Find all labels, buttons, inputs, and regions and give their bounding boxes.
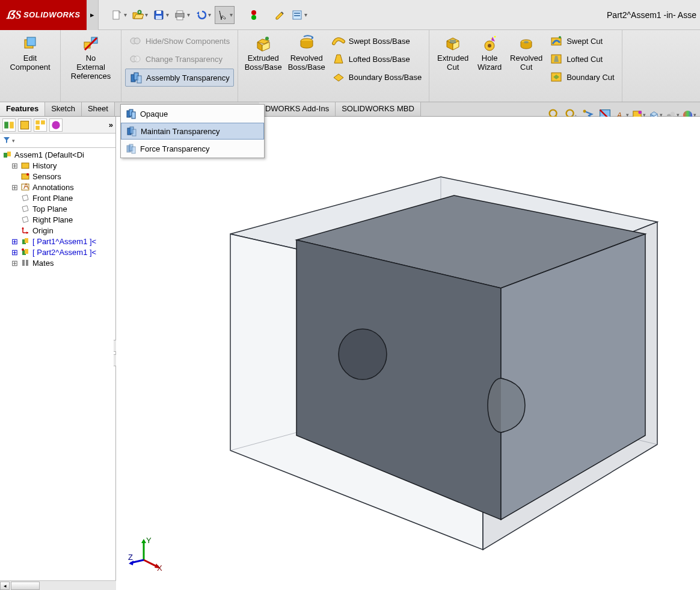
svg-rect-6 [177,11,183,13]
tree-top-plane[interactable]: Top Plane [2,203,115,214]
horizontal-scrollbar[interactable]: ◂ [0,580,116,590]
menu-bar: ẞSSOLIDWORKS ▸ ▾ ▾ ▾ ▾ ▾ ▾ ▾ Part2^Assem… [0,0,700,30]
svg-rect-27 [450,40,456,43]
tree-annotations[interactable]: ⊞AAnnotations [2,182,115,192]
svg-rect-11 [294,13,300,14]
tree-right-plane[interactable]: Right Plane [2,214,115,225]
select-button[interactable]: ▾ [215,6,235,24]
edit-button[interactable] [273,7,287,23]
no-external-references-button[interactable]: No External References [64,32,117,84]
revolved-boss-button[interactable]: Revolved Boss/Base [285,32,328,75]
svg-text:X: X [157,564,162,572]
svg-point-58 [671,111,675,116]
boundary-boss-button[interactable]: Boundary Boss/Base [328,69,425,85]
svg-point-21 [134,56,140,62]
svg-rect-4 [156,16,162,19]
svg-point-1 [138,10,141,13]
swept-cut-button[interactable]: Swept Cut [546,32,606,49]
tree-mates[interactable]: ⊞Mates [2,257,115,268]
feature-tree-tab-icon[interactable] [2,118,16,132]
svg-rect-79 [25,249,28,254]
tree-sensors[interactable]: Sensors [2,171,115,182]
tab-addins[interactable]: DWORKS Add-Ins [259,102,336,116]
extruded-boss-button[interactable]: Extruded Boss/Base [242,32,285,75]
svg-point-9 [251,15,256,20]
feature-tree: Assem1 (Default<Di ⊞History Sensors ⊞AAn… [0,148,115,268]
svg-rect-40 [132,112,135,118]
svg-rect-0 [113,11,119,19]
svg-rect-46 [132,147,135,153]
feature-manager-panel: » ▾ Assem1 (Default<Di ⊞History Sensors … [0,117,116,590]
revolved-cut-button[interactable]: Revolved Cut [506,32,546,75]
svg-rect-60 [4,121,8,128]
svg-point-33 [524,41,529,43]
tree-part1[interactable]: ⊞[ Part1^Assem1 ]< [2,236,115,247]
ribbon: Edit Component No External References Hi… [0,30,700,102]
hole-wizard-button[interactable]: Hole Wizard [473,32,506,75]
extruded-cut-button[interactable]: Extruded Cut [433,32,473,75]
svg-rect-62 [20,121,28,129]
svg-rect-43 [132,129,136,136]
tab-features[interactable]: Features [0,102,45,116]
menu-force-transparency[interactable]: Force Transparency [121,140,264,158]
edit-component-button[interactable]: Edit Component [4,32,57,75]
swept-boss-button[interactable]: Swept Boss/Base [328,32,414,49]
svg-point-30 [494,36,496,38]
svg-point-35 [559,36,561,38]
svg-rect-3 [156,11,161,14]
svg-point-71 [26,173,29,176]
svg-rect-77 [25,238,28,243]
svg-text:A: A [23,182,29,191]
graphics-viewport[interactable]: Y X Z [116,117,700,590]
change-transparency-button[interactable]: Change Transparency [125,51,226,67]
svg-point-8 [251,10,256,15]
window-title: Part2^Assem1 -in- Asse [603,10,700,20]
tree-history[interactable]: ⊞History [2,160,115,171]
tree-root[interactable]: Assem1 (Default<Di [2,149,115,160]
config-manager-tab-icon[interactable] [34,118,47,132]
svg-rect-64 [41,120,45,124]
tab-sheet[interactable]: Sheet [82,102,115,116]
svg-point-66 [52,121,60,129]
orientation-triad-icon: Y X Z [127,536,163,572]
tree-part2[interactable]: ⊞[ Part2^Assem1 ]< [2,247,115,257]
svg-rect-82 [26,260,28,266]
svg-point-25 [265,37,269,40]
svg-rect-24 [137,76,141,83]
svg-rect-65 [35,126,40,130]
options-button[interactable]: ▾ [290,7,309,23]
lofted-boss-button[interactable]: Lofted Boss/Base [328,51,414,67]
svg-text:Z: Z [128,553,133,562]
tree-front-plane[interactable]: Front Plane [2,192,115,203]
tab-mbd[interactable]: SOLIDWORKS MBD [336,102,421,116]
svg-point-29 [488,44,491,48]
assembly-transparency-button[interactable]: Assembly Transparency [125,69,234,87]
svg-rect-67 [4,153,7,158]
print-button[interactable]: ▾ [173,7,191,23]
lofted-cut-button[interactable]: Lofted Cut [546,51,606,67]
more-tabs-icon[interactable]: » [109,120,113,129]
svg-rect-7 [177,17,183,20]
new-file-button[interactable]: ▾ [109,7,128,23]
svg-rect-14 [27,37,35,46]
filter-icon[interactable] [2,135,11,146]
menu-opaque[interactable]: Opaque [121,105,264,123]
hide-show-components-button[interactable]: Hide/Show Components [125,32,233,49]
open-file-button[interactable]: ▾ [130,7,149,23]
undo-button[interactable]: ▾ [194,7,212,23]
tree-origin[interactable]: Origin [2,225,115,236]
svg-point-80 [22,248,24,251]
svg-rect-81 [22,260,25,266]
boundary-cut-button[interactable]: Boundary Cut [546,69,618,85]
svg-point-19 [134,38,140,44]
svg-point-47 [550,110,557,117]
tab-sketch[interactable]: Sketch [45,102,82,116]
menu-expand-icon[interactable]: ▸ [87,0,99,30]
property-manager-tab-icon[interactable] [18,118,31,132]
display-manager-tab-icon[interactable] [49,118,63,132]
save-button[interactable]: ▾ [152,7,170,23]
svg-point-49 [566,110,574,117]
menu-maintain-transparency[interactable]: Maintain Transparency [121,123,264,140]
rebuild-button[interactable] [247,7,261,23]
svg-rect-68 [7,152,11,156]
